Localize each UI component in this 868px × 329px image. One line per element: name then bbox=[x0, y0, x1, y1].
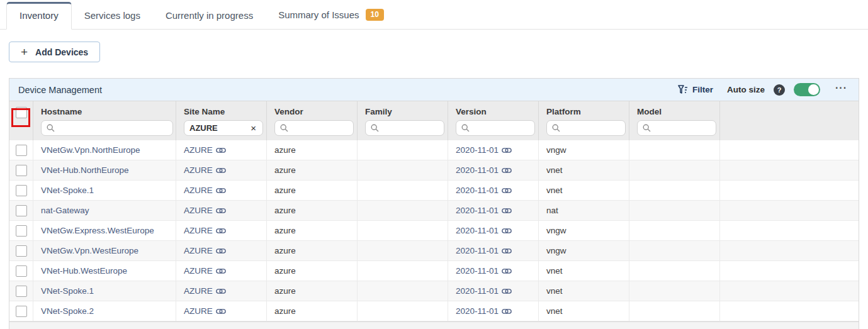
table-row[interactable]: VNet-Hub.WestEurope AZURE azure 2020-11-… bbox=[9, 261, 859, 281]
site-cell: AZURE bbox=[176, 160, 267, 180]
row-checkbox[interactable] bbox=[16, 306, 27, 317]
link-icon bbox=[502, 187, 512, 194]
version-link-label: 2020-11-01 bbox=[456, 206, 499, 215]
version-cell: 2020-11-01 bbox=[448, 221, 539, 240]
column-family[interactable]: Family bbox=[358, 101, 448, 140]
vendor-filter-input[interactable] bbox=[274, 120, 354, 136]
version-link[interactable]: 2020-11-01 bbox=[456, 186, 512, 195]
hostname-cell: VNetGw.Vpn.NorthEurope bbox=[33, 140, 176, 160]
tab-currently-in-progress[interactable]: Currently in progress bbox=[153, 3, 266, 29]
hostname-cell: VNetGw.Vpn.WestEurope bbox=[33, 241, 176, 260]
family-filter-input[interactable] bbox=[365, 120, 444, 136]
hostname-link[interactable]: VNet-Spoke.1 bbox=[41, 186, 94, 195]
site-link[interactable]: AZURE bbox=[184, 266, 226, 276]
filter-button[interactable]: Filter bbox=[678, 85, 713, 94]
hostname-link[interactable]: VNet-Spoke.2 bbox=[41, 306, 94, 316]
version-link[interactable]: 2020-11-01 bbox=[456, 226, 512, 235]
version-link[interactable]: 2020-11-01 bbox=[456, 306, 512, 316]
column-model[interactable]: Model bbox=[629, 101, 720, 140]
version-link-label: 2020-11-01 bbox=[456, 306, 499, 316]
hostname-link[interactable]: VNetGw.Vpn.WestEurope bbox=[41, 246, 138, 255]
version-link[interactable]: 2020-11-01 bbox=[456, 165, 512, 175]
column-hostname[interactable]: Hostname bbox=[33, 101, 176, 140]
filler-cell bbox=[720, 181, 859, 200]
add-devices-button[interactable]: + Add Devices bbox=[9, 42, 100, 62]
hostname-link[interactable]: nat-Gateway bbox=[41, 206, 89, 215]
row-checkbox[interactable] bbox=[16, 286, 27, 297]
tab-currently-in-progress-label: Currently in progress bbox=[166, 10, 253, 21]
version-link[interactable]: 2020-11-01 bbox=[456, 286, 512, 296]
hostname-link[interactable]: VNet-Spoke.1 bbox=[41, 286, 94, 296]
clear-filter-icon[interactable]: × bbox=[249, 123, 257, 133]
family-cell bbox=[358, 140, 448, 160]
site-link-label: AZURE bbox=[184, 266, 213, 276]
column-hostname-label: Hostname bbox=[41, 107, 176, 116]
row-checkbox-cell bbox=[9, 261, 33, 281]
site-cell: AZURE bbox=[176, 221, 267, 240]
row-checkbox-cell bbox=[9, 221, 33, 240]
select-all-checkbox[interactable] bbox=[16, 107, 27, 118]
platform-cell: vngw bbox=[539, 140, 629, 160]
link-icon bbox=[502, 208, 512, 214]
version-filter-input[interactable] bbox=[456, 120, 535, 136]
table-row[interactable]: nat-Gateway AZURE azure 2020-11-01 nat bbox=[9, 201, 859, 221]
row-checkbox[interactable] bbox=[16, 205, 27, 216]
platform-cell: vngw bbox=[539, 241, 629, 260]
site-link[interactable]: AZURE bbox=[184, 226, 226, 235]
site-link[interactable]: AZURE bbox=[184, 165, 226, 175]
tab-services-logs-label: Services logs bbox=[84, 10, 140, 21]
platform-filter-input[interactable] bbox=[546, 120, 626, 136]
site-link[interactable]: AZURE bbox=[184, 186, 226, 195]
tab-inventory[interactable]: Inventory bbox=[6, 2, 72, 30]
help-icon[interactable]: ? bbox=[774, 84, 785, 96]
table-row[interactable]: VNetGw.Vpn.NorthEurope AZURE azure 2020-… bbox=[9, 140, 859, 160]
version-link[interactable]: 2020-11-01 bbox=[456, 246, 512, 255]
column-vendor[interactable]: Vendor bbox=[267, 101, 358, 140]
table-row[interactable]: VNet-Hub.NorthEurope AZURE azure 2020-11… bbox=[9, 160, 859, 181]
hostname-link[interactable]: VNet-Hub.WestEurope bbox=[41, 266, 127, 276]
row-checkbox[interactable] bbox=[16, 165, 27, 176]
column-platform[interactable]: Platform bbox=[539, 101, 629, 140]
site-name-filter-input[interactable]: AZURE × bbox=[184, 120, 263, 136]
site-link[interactable]: AZURE bbox=[184, 206, 226, 215]
site-link[interactable]: AZURE bbox=[184, 145, 226, 155]
table-row[interactable]: VNet-Spoke.2 AZURE azure 2020-11-01 vn bbox=[9, 301, 859, 321]
column-version[interactable]: Version bbox=[448, 101, 539, 140]
row-checkbox[interactable] bbox=[16, 185, 27, 196]
link-icon bbox=[216, 288, 226, 294]
site-link[interactable]: AZURE bbox=[184, 286, 226, 296]
site-cell: AZURE bbox=[176, 241, 267, 260]
column-filler bbox=[720, 101, 859, 140]
row-checkbox[interactable] bbox=[16, 245, 27, 257]
version-link-label: 2020-11-01 bbox=[456, 226, 499, 235]
model-cell bbox=[629, 201, 720, 220]
tab-inventory-label: Inventory bbox=[20, 10, 59, 21]
table-row[interactable]: VNetGw.Express.WestEurope AZURE azure 20… bbox=[9, 221, 859, 241]
row-checkbox[interactable] bbox=[16, 225, 27, 237]
column-site-name[interactable]: Site Name AZURE × bbox=[176, 101, 267, 140]
autosize-toggle[interactable] bbox=[794, 83, 820, 96]
column-model-label: Model bbox=[637, 107, 719, 116]
hostname-link[interactable]: VNet-Hub.NorthEurope bbox=[41, 165, 129, 175]
link-icon bbox=[216, 248, 226, 254]
hostname-filter-input[interactable] bbox=[41, 120, 173, 136]
table-row[interactable]: VNet-Spoke.1 AZURE azure 2020-11-01 vn bbox=[9, 281, 859, 301]
table-row[interactable]: VNetGw.Vpn.WestEurope AZURE azure 2020-1… bbox=[9, 241, 859, 261]
table-row[interactable]: VNet-Spoke.1 AZURE azure 2020-11-01 vn bbox=[9, 181, 859, 201]
site-link[interactable]: AZURE bbox=[184, 246, 226, 255]
version-link[interactable]: 2020-11-01 bbox=[456, 206, 512, 215]
version-link[interactable]: 2020-11-01 bbox=[456, 145, 512, 155]
hostname-cell: VNet-Spoke.1 bbox=[33, 281, 176, 301]
version-link-label: 2020-11-01 bbox=[456, 286, 499, 296]
hostname-link[interactable]: VNetGw.Vpn.NorthEurope bbox=[41, 145, 140, 155]
tab-services-logs[interactable]: Services logs bbox=[72, 3, 153, 29]
row-checkbox[interactable] bbox=[16, 265, 27, 277]
model-filter-input[interactable] bbox=[637, 120, 716, 136]
toggle-knob bbox=[808, 84, 819, 95]
more-menu-button[interactable]: ··· bbox=[833, 82, 850, 98]
hostname-link[interactable]: VNetGw.Express.WestEurope bbox=[41, 226, 154, 235]
version-link[interactable]: 2020-11-01 bbox=[456, 266, 512, 276]
site-link[interactable]: AZURE bbox=[184, 306, 226, 316]
row-checkbox[interactable] bbox=[16, 145, 27, 156]
tab-summary-of-issues[interactable]: Summary of Issues 10 bbox=[266, 1, 397, 29]
